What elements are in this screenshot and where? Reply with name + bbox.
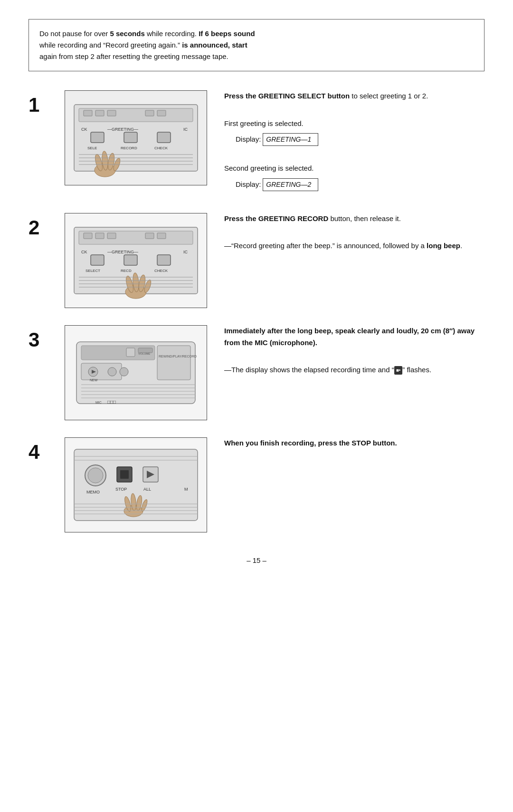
svg-text:IC: IC (183, 127, 188, 132)
step-3-svg: VOLUME NEW MIC □□□ (69, 330, 202, 416)
svg-text:STOP: STOP (115, 487, 127, 492)
svg-text:RECD: RECD (121, 269, 132, 273)
svg-point-58 (108, 367, 116, 376)
step-1-row: 1 CK —GREETING— IC (28, 90, 484, 196)
notice-text: Do not pause for over 5 seconds while re… (39, 29, 255, 60)
svg-text:ALL: ALL (143, 487, 151, 492)
step-3-row: 3 VOLUME NEW (28, 325, 484, 420)
svg-text:SELE: SELE (87, 146, 97, 150)
svg-text:CK: CK (81, 127, 87, 132)
step-2-number: 2 (28, 218, 48, 238)
step-1-display1-prefix: Display: (236, 134, 261, 145)
svg-rect-12 (157, 132, 171, 143)
step-2-dash: —“Record greeting after the beep.” is an… (224, 242, 427, 250)
step-4-text: When you finish recording, press the STO… (224, 437, 484, 453)
step-1-number: 1 (28, 95, 48, 115)
step-1-svg: CK —GREETING— IC SELE RECORD CHECK (69, 95, 202, 181)
step-3-diagram: VOLUME NEW MIC □□□ (65, 325, 207, 420)
svg-rect-35 (91, 255, 104, 265)
steps-container: 1 CK —GREETING— IC (28, 90, 484, 532)
svg-text:M: M (184, 487, 188, 492)
svg-rect-27 (84, 233, 92, 239)
step-4-instruction: When you finish recording, press the STO… (224, 437, 484, 449)
step-1-sub1-label: First greeting is selected. (224, 118, 484, 130)
step-1-display2-prefix: Display: (236, 179, 261, 191)
svg-text:REWIND/PLAY/RECORD: REWIND/PLAY/RECORD (159, 355, 197, 358)
svg-text:RECORD: RECORD (121, 146, 137, 150)
step-1-display2: Display: GREETING—2 (236, 178, 484, 191)
step-4-row: 4 MEMO STOP ALL M (28, 437, 484, 532)
svg-text:IC: IC (183, 250, 188, 254)
step-1-display2-box: GREETING—2 (263, 178, 318, 191)
step-2-long-beep: long beep (427, 242, 460, 250)
svg-text:CHECK: CHECK (154, 269, 168, 273)
step-2-instruction: Press the GREETING RECORD button, then r… (224, 213, 484, 225)
step-1-text: Press the GREETING SELECT button to sele… (224, 90, 484, 196)
step-1-rest: to select greeting 1 or 2. (350, 92, 428, 100)
step-2-text: Press the GREETING RECORD button, then r… (224, 213, 484, 256)
svg-text:—GREETING—: —GREETING— (107, 250, 138, 254)
svg-rect-29 (107, 233, 116, 239)
svg-text:MEMO: MEMO (86, 490, 100, 494)
step-2-rest: button, then release it. (328, 214, 401, 222)
svg-text:CHECK: CHECK (154, 146, 168, 150)
step-1-display1-box: GREETING—1 (263, 133, 318, 146)
svg-rect-3 (95, 110, 104, 116)
step-1-instruction: Press the GREETING SELECT button to sele… (224, 90, 484, 102)
step-3-sub1: —The display shows the elapsed recording… (224, 364, 484, 376)
step-1-display1: Display: GREETING—1 (236, 133, 484, 146)
svg-rect-4 (107, 110, 116, 116)
step-2-row: 2 CK —GREETING— IC SELECT RECD CHECK (28, 213, 484, 308)
svg-rect-52 (126, 348, 135, 357)
svg-text:SELECT: SELECT (86, 269, 100, 273)
notice-box: Do not pause for over 5 seconds while re… (28, 19, 484, 71)
svg-rect-2 (84, 110, 92, 116)
step-2-bold: Press the GREETING RECORD (224, 214, 328, 222)
page-number: – 15 – (28, 556, 484, 564)
step-4-diagram: MEMO STOP ALL M (65, 437, 207, 532)
svg-rect-30 (145, 233, 154, 239)
svg-rect-31 (157, 233, 166, 239)
step-4-svg: MEMO STOP ALL M (69, 442, 202, 528)
svg-rect-5 (145, 110, 154, 116)
svg-point-74 (88, 468, 103, 483)
svg-rect-10 (91, 132, 104, 143)
svg-text:CK: CK (81, 250, 87, 254)
svg-text:VOLUME: VOLUME (138, 352, 150, 355)
rec-icon: ■• (394, 366, 403, 375)
step-1-bold: Press the GREETING SELECT button (224, 92, 350, 100)
svg-text:□□□: □□□ (107, 399, 116, 405)
svg-rect-37 (157, 255, 171, 265)
step-4-number: 4 (28, 442, 48, 462)
svg-rect-68 (157, 346, 190, 380)
step-3-number: 3 (28, 330, 48, 350)
step-3-instruction: Immediately after the long beep, speak c… (224, 325, 484, 349)
svg-rect-11 (124, 132, 137, 143)
svg-rect-6 (157, 110, 166, 116)
step-1-diagram: CK —GREETING— IC SELE RECORD CHECK (65, 90, 207, 185)
svg-rect-77 (120, 470, 129, 479)
step-1-sub2-label: Second greeting is selected. (224, 163, 484, 174)
svg-point-59 (120, 367, 128, 376)
svg-text:—GREETING—: —GREETING— (107, 127, 138, 132)
svg-rect-28 (95, 233, 104, 239)
step-3-text: Immediately after the long beep, speak c… (224, 325, 484, 380)
step-2-svg: CK —GREETING— IC SELECT RECD CHECK (69, 218, 202, 303)
svg-text:MIC: MIC (95, 401, 102, 404)
step-2-diagram: CK —GREETING— IC SELECT RECD CHECK (65, 213, 207, 308)
step-2-sub1: —“Record greeting after the beep.” is an… (224, 240, 484, 252)
svg-rect-36 (124, 255, 137, 265)
svg-text:NEW: NEW (90, 378, 98, 382)
